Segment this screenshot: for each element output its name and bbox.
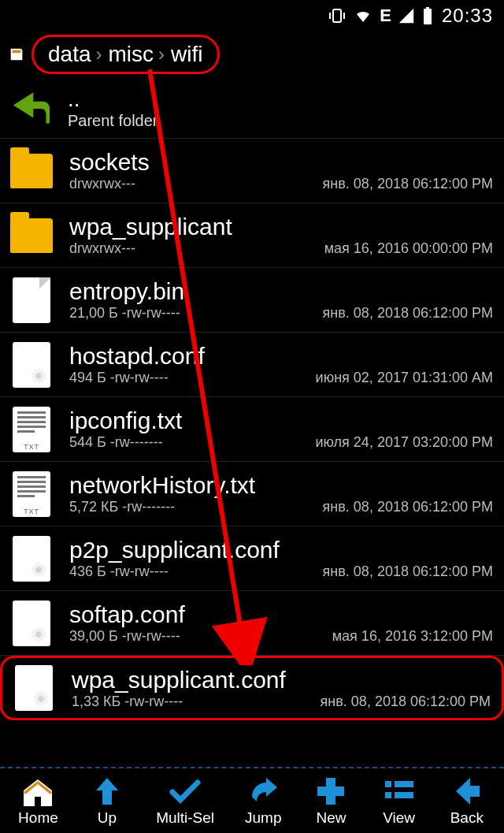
breadcrumb-segment[interactable]: misc› bbox=[109, 42, 167, 67]
chevron-right-icon: › bbox=[158, 43, 165, 65]
network-type: E bbox=[380, 6, 391, 26]
svg-rect-3 bbox=[424, 9, 432, 24]
parent-folder-row[interactable]: .. Parent folder bbox=[0, 84, 504, 139]
battery-icon bbox=[421, 6, 434, 25]
file-meta: 544 Б -rw-------июля 24, 2017 03:20:00 P… bbox=[69, 434, 496, 451]
clock: 20:33 bbox=[442, 5, 493, 27]
file-thumb bbox=[8, 599, 55, 648]
folder-icon bbox=[10, 218, 53, 253]
up-arrow-icon bbox=[8, 89, 55, 128]
file-info: entropy.bin21,00 Б -rw-rw----янв. 08, 20… bbox=[69, 278, 496, 322]
file-name: networkHistory.txt bbox=[69, 472, 496, 499]
file-info: p2p_supplicant.conf436 Б -rw-rw----янв. … bbox=[69, 537, 496, 580]
nav-back[interactable]: Back bbox=[448, 775, 486, 827]
file-thumb bbox=[8, 340, 55, 389]
file-info: softap.conf39,00 Б -rw-rw----мая 16, 201… bbox=[69, 601, 496, 645]
breadcrumb[interactable]: data› misc› wifi bbox=[32, 35, 220, 74]
file-meta: 5,72 КБ -rw-------янв. 08, 2018 06:12:00… bbox=[69, 499, 496, 515]
nav-up[interactable]: Up bbox=[88, 775, 126, 827]
config-file-icon bbox=[15, 665, 53, 711]
svg-rect-13 bbox=[385, 792, 391, 798]
file-row[interactable]: TXTipconfig.txt544 Б -rw-------июля 24, … bbox=[0, 397, 504, 462]
file-name: p2p_supplicant.conf bbox=[69, 537, 496, 563]
file-thumb: TXT bbox=[8, 470, 55, 519]
file-meta: drwxrwx---янв. 08, 2018 06:12:00 PM bbox=[69, 176, 496, 192]
folder-icon bbox=[10, 154, 53, 188]
text-file-icon: TXT bbox=[13, 407, 50, 452]
file-name: softap.conf bbox=[69, 601, 496, 628]
breadcrumb-segment[interactable]: data› bbox=[48, 42, 104, 67]
file-info: wpa_supplicant.conf1,33 КБ -rw-rw----янв… bbox=[72, 667, 494, 710]
file-meta: 1,33 КБ -rw-rw----янв. 08, 2018 06:12:00… bbox=[72, 694, 494, 710]
file-meta: 494 Б -rw-rw----июня 02, 2017 01:31:00 A… bbox=[69, 370, 496, 386]
file-name: hostapd.conf bbox=[69, 343, 496, 370]
file-name: wpa_supplicant.conf bbox=[72, 667, 494, 694]
file-name: sockets bbox=[69, 149, 496, 176]
file-row[interactable]: wpa_supplicantdrwxrwx---мая 16, 2016 00:… bbox=[0, 203, 504, 268]
file-info: wpa_supplicantdrwxrwx---мая 16, 2016 00:… bbox=[69, 214, 496, 257]
status-icons: E bbox=[328, 6, 434, 26]
file-icon bbox=[13, 277, 50, 323]
file-thumb bbox=[8, 534, 55, 583]
vibrate-icon bbox=[328, 6, 346, 25]
wifi-icon bbox=[353, 6, 373, 25]
signal-icon bbox=[398, 7, 415, 24]
nav-multi-select[interactable]: Multi-Sel bbox=[156, 775, 214, 827]
svg-rect-12 bbox=[385, 781, 391, 787]
svg-rect-4 bbox=[426, 7, 429, 9]
file-meta: 21,00 Б -rw-rw----янв. 08, 2018 06:12:00… bbox=[69, 305, 496, 322]
file-meta: 39,00 Б -rw-rw----мая 16, 2016 3:12:00 P… bbox=[69, 628, 496, 645]
file-info: ipconfig.txt544 Б -rw-------июля 24, 201… bbox=[69, 407, 496, 451]
parent-folder-label: .. Parent folder bbox=[68, 87, 158, 130]
file-row[interactable]: entropy.bin21,00 Б -rw-rw----янв. 08, 20… bbox=[0, 268, 504, 333]
file-name: entropy.bin bbox=[69, 278, 496, 305]
file-name: ipconfig.txt bbox=[69, 407, 496, 434]
file-row[interactable]: TXTnetworkHistory.txt5,72 КБ -rw-------я… bbox=[0, 462, 504, 526]
text-file-icon: TXT bbox=[13, 471, 50, 517]
file-list: socketsdrwxrwx---янв. 08, 2018 06:12:00 … bbox=[0, 139, 504, 720]
file-row[interactable]: p2p_supplicant.conf436 Б -rw-rw----янв. … bbox=[0, 526, 504, 591]
nav-new[interactable]: New bbox=[312, 775, 350, 827]
file-info: socketsdrwxrwx---янв. 08, 2018 06:12:00 … bbox=[69, 149, 496, 192]
nav-jump[interactable]: Jump bbox=[244, 775, 282, 827]
file-thumb bbox=[10, 664, 57, 712]
file-row[interactable]: softap.conf39,00 Б -rw-rw----мая 16, 201… bbox=[0, 591, 504, 656]
chevron-right-icon: › bbox=[96, 43, 102, 65]
file-meta: 436 Б -rw-rw----янв. 08, 2018 06:12:00 P… bbox=[69, 563, 496, 580]
status-bar: E 20:33 bbox=[0, 0, 504, 32]
file-thumb bbox=[8, 276, 55, 325]
svg-rect-11 bbox=[317, 787, 344, 796]
nav-home[interactable]: Home bbox=[18, 775, 58, 827]
file-row[interactable]: wpa_supplicant.conf1,33 КБ -rw-rw----янв… bbox=[0, 656, 504, 720]
file-thumb bbox=[8, 211, 55, 260]
svg-rect-15 bbox=[395, 792, 413, 798]
nav-view[interactable]: View bbox=[380, 775, 418, 827]
file-info: networkHistory.txt5,72 КБ -rw-------янв.… bbox=[69, 472, 496, 515]
file-meta: drwxrwx---мая 16, 2016 00:00:00 PM bbox=[69, 240, 496, 257]
config-file-icon bbox=[13, 342, 50, 388]
bottom-nav: Home Up Multi-Sel Jump New View Back bbox=[0, 767, 504, 827]
file-thumb: TXT bbox=[8, 405, 55, 454]
config-file-icon bbox=[13, 601, 50, 646]
breadcrumb-segment[interactable]: wifi bbox=[171, 42, 202, 67]
config-file-icon bbox=[13, 536, 50, 582]
svg-rect-14 bbox=[395, 781, 413, 787]
file-row[interactable]: hostapd.conf494 Б -rw-rw----июня 02, 201… bbox=[0, 333, 504, 397]
file-name: wpa_supplicant bbox=[69, 214, 496, 240]
sdcard-icon[interactable] bbox=[8, 46, 25, 63]
file-thumb bbox=[8, 147, 55, 195]
file-info: hostapd.conf494 Б -rw-rw----июня 02, 201… bbox=[69, 343, 496, 386]
svg-rect-0 bbox=[333, 9, 341, 22]
file-row[interactable]: socketsdrwxrwx---янв. 08, 2018 06:12:00 … bbox=[0, 139, 504, 203]
top-bar: data› misc› wifi bbox=[0, 32, 504, 84]
